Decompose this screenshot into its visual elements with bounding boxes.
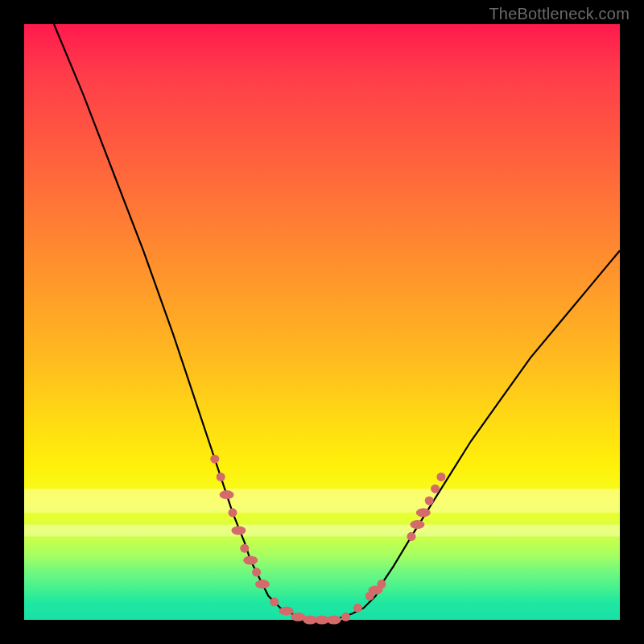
curve-svg (24, 24, 620, 620)
curve-marker (252, 568, 261, 576)
curve-marker (437, 473, 446, 481)
curve-marker (229, 508, 237, 517)
curve-marker (270, 597, 279, 606)
bright-band (24, 525, 620, 537)
attribution-text: TheBottleneck.com (489, 5, 630, 23)
curve-marker (416, 508, 431, 517)
curve-marker (220, 490, 234, 499)
curve-marker (243, 556, 258, 565)
curve-marker (217, 473, 225, 481)
bright-band (24, 489, 620, 513)
curve-marker (341, 613, 350, 621)
curve-marker (240, 544, 249, 553)
curve-marker (231, 526, 246, 535)
bright-bands-group (24, 489, 620, 536)
curve-marker (431, 485, 440, 493)
curve-marker (378, 580, 386, 588)
curve-marker (255, 580, 270, 588)
curve-marker (410, 520, 424, 529)
curve-marker (353, 604, 362, 613)
markers-group (210, 455, 445, 625)
curve-marker (327, 616, 341, 625)
chart-frame: TheBottleneck.com (0, 0, 644, 644)
curve-marker (279, 606, 294, 615)
curve-marker (407, 532, 416, 541)
curve-marker (425, 497, 434, 506)
plot-area (24, 24, 620, 620)
curve-marker (210, 455, 219, 464)
